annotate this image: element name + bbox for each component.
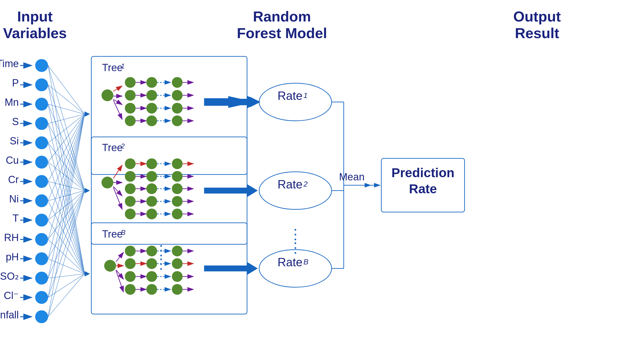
node-rh (35, 233, 48, 246)
label-cr: Cr (8, 174, 19, 185)
node-cu (35, 156, 48, 169)
treeB-l2-1 (146, 246, 157, 256)
network-lines-to-tree1 (48, 65, 85, 317)
label-so2: SO₂ (0, 271, 19, 282)
funnel-arrow-3 (85, 271, 90, 276)
node-ni (35, 194, 48, 207)
node-cl (35, 291, 48, 304)
label-p: P (12, 77, 19, 89)
node-t (35, 214, 48, 227)
node-s (35, 117, 48, 130)
treeB-l2-4 (146, 284, 157, 295)
svg-line-19 (48, 85, 85, 191)
svg-line-34 (48, 104, 85, 274)
label-time: Time (0, 58, 19, 69)
rateB-subscript: B (303, 258, 309, 266)
prediction-line1: Prediction (392, 166, 455, 180)
tree1-l2-1 (146, 77, 157, 88)
svg-line-20 (48, 104, 85, 191)
tree1-l3-2 (172, 90, 183, 101)
prediction-line2: Rate (409, 182, 437, 196)
tree2-l1-2 (125, 171, 136, 182)
tree2-l2-5 (146, 209, 157, 219)
tree2-l1-3 (125, 183, 136, 194)
label-si: Si (10, 135, 19, 147)
treeB-l1-1 (125, 246, 136, 256)
svg-line-16 (48, 114, 85, 297)
tree1-branch-bot-purple (113, 99, 122, 105)
heading-output-line2: Result (515, 25, 559, 41)
tree1-branch-top-red (113, 86, 122, 91)
big-arrow-tree1-body (204, 98, 231, 106)
tree1-l1-top (125, 77, 136, 88)
tree1-label: Tree (102, 62, 123, 73)
node-si (35, 136, 48, 149)
label-cl: Cl⁻ (4, 290, 19, 301)
funnel-arrow-2 (85, 188, 90, 193)
svg-line-28 (48, 191, 85, 259)
svg-line-43 (48, 274, 85, 278)
treeB-l3-4 (172, 284, 183, 295)
tree1-l2-3 (146, 103, 157, 114)
svg-line-15 (48, 114, 85, 278)
prediction-box (381, 158, 465, 212)
node-ph (35, 252, 48, 265)
svg-line-21 (48, 123, 85, 191)
tree2-l2-3 (146, 183, 157, 194)
svg-line-30 (48, 191, 85, 297)
svg-line-24 (48, 181, 85, 191)
heading-rf-line1: Random (253, 8, 311, 24)
svg-line-39 (48, 201, 85, 274)
tree2-l3-2 (172, 171, 183, 182)
heading-input-line1: Input (17, 8, 53, 24)
label-rh: RH (4, 232, 19, 243)
tree1-box (91, 56, 247, 174)
node-so2 (35, 272, 48, 285)
svg-line-45 (48, 274, 85, 317)
treeB-l1-2 (125, 258, 136, 269)
tree2-l3-3 (172, 183, 183, 194)
tree2-l1-1 (125, 158, 136, 169)
between-trees-dots2: ⋮ (154, 256, 168, 271)
tree2-label: Tree (102, 142, 123, 153)
big-arrow-t2-r2 (204, 184, 258, 197)
tree2-l3-5 (172, 209, 183, 219)
tree2-box (91, 137, 247, 244)
label-ph: pH (6, 251, 19, 263)
big-arrow-tB-rB (204, 262, 258, 275)
tree1-root (102, 89, 113, 101)
treeB-branch-top-purple (116, 252, 124, 262)
svg-line-26 (48, 191, 85, 220)
treeB-l2-3 (146, 271, 157, 282)
treeB-branch-bot-purple (116, 270, 124, 279)
tree2-branch-bot-purple (113, 187, 122, 196)
big-arrow-tree1 (228, 96, 255, 108)
svg-line-31 (48, 191, 85, 317)
label-mn: Mn (5, 97, 19, 108)
treeB-box (91, 223, 247, 314)
tree2-l1-5 (125, 209, 136, 219)
svg-line-8 (48, 114, 85, 143)
tree2-l1-4 (125, 196, 136, 207)
svg-line-38 (48, 181, 85, 274)
heading-input-line2: Variables (3, 25, 67, 41)
node-time (35, 59, 48, 72)
svg-line-40 (48, 220, 85, 274)
svg-line-12 (48, 114, 85, 220)
svg-line-17 (48, 114, 85, 317)
tree2-subscript: 2 (121, 142, 125, 150)
treeB-root (104, 260, 116, 272)
rate1-label: Rate (278, 89, 303, 102)
tree2-l2-2 (146, 171, 157, 182)
rate2-ellipse (259, 172, 332, 209)
svg-line-42 (48, 259, 85, 274)
tree2-branch-top-red (113, 165, 122, 179)
svg-line-11 (48, 114, 85, 201)
svg-line-9 (48, 114, 85, 162)
label-ni: Ni (9, 193, 19, 205)
heading-output-line1: Output (513, 8, 561, 24)
node-cr (35, 175, 48, 188)
svg-line-37 (48, 162, 85, 274)
svg-line-7 (48, 114, 85, 123)
svg-line-22 (48, 143, 85, 191)
